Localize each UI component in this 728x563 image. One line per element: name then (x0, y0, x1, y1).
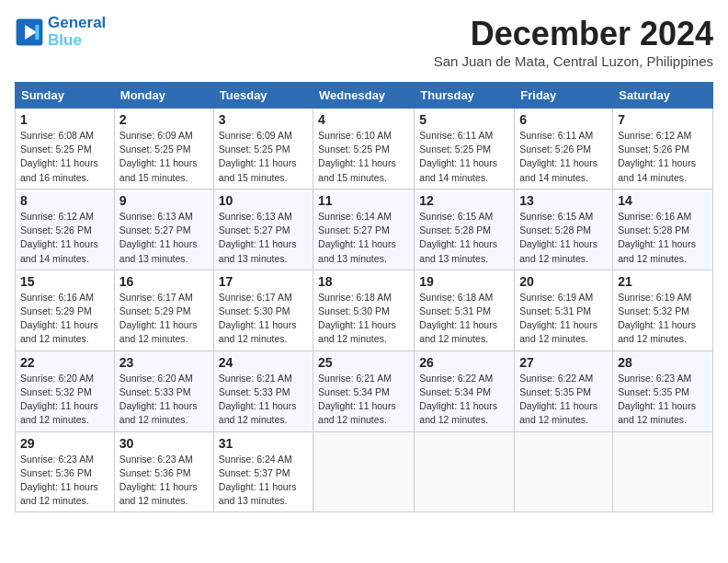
logo: General Blue (15, 15, 106, 49)
day-info: Sunrise: 6:17 AMSunset: 5:30 PMDaylight:… (219, 291, 308, 347)
day-number: 11 (318, 193, 409, 208)
day-number: 12 (419, 193, 509, 208)
day-number: 20 (519, 274, 608, 289)
calendar-cell: 3Sunrise: 6:09 AMSunset: 5:25 PMDaylight… (213, 109, 313, 190)
day-info: Sunrise: 6:09 AMSunset: 5:25 PMDaylight:… (119, 129, 209, 185)
calendar-cell: 11Sunrise: 6:14 AMSunset: 5:27 PMDayligh… (313, 189, 415, 270)
calendar-cell (313, 431, 415, 512)
week-row-1: 1Sunrise: 6:08 AMSunset: 5:25 PMDaylight… (16, 109, 713, 190)
day-info: Sunrise: 6:20 AMSunset: 5:32 PMDaylight:… (20, 372, 109, 428)
day-info: Sunrise: 6:19 AMSunset: 5:32 PMDaylight:… (618, 291, 708, 347)
header-wednesday: Wednesday (313, 83, 415, 109)
calendar-cell: 22Sunrise: 6:20 AMSunset: 5:32 PMDayligh… (16, 350, 115, 431)
day-info: Sunrise: 6:19 AMSunset: 5:31 PMDaylight:… (519, 291, 608, 347)
day-number: 30 (119, 436, 209, 451)
calendar-cell: 16Sunrise: 6:17 AMSunset: 5:29 PMDayligh… (114, 270, 213, 350)
svg-rect-2 (35, 25, 39, 40)
day-number: 16 (119, 274, 209, 289)
day-number: 25 (318, 355, 409, 370)
day-number: 9 (119, 193, 209, 208)
header-monday: Monday (114, 83, 213, 109)
calendar-cell: 20Sunrise: 6:19 AMSunset: 5:31 PMDayligh… (515, 270, 613, 350)
calendar-cell: 15Sunrise: 6:16 AMSunset: 5:29 PMDayligh… (16, 270, 115, 350)
day-info: Sunrise: 6:24 AMSunset: 5:37 PMDaylight:… (219, 453, 308, 509)
day-info: Sunrise: 6:12 AMSunset: 5:26 PMDaylight:… (618, 129, 708, 185)
calendar-cell: 18Sunrise: 6:18 AMSunset: 5:30 PMDayligh… (313, 270, 415, 350)
day-number: 7 (618, 112, 708, 127)
day-number: 10 (219, 193, 308, 208)
day-info: Sunrise: 6:12 AMSunset: 5:26 PMDaylight:… (20, 210, 109, 266)
day-info: Sunrise: 6:18 AMSunset: 5:31 PMDaylight:… (419, 291, 509, 347)
day-info: Sunrise: 6:22 AMSunset: 5:35 PMDaylight:… (519, 372, 608, 428)
day-number: 2 (119, 112, 209, 127)
day-info: Sunrise: 6:13 AMSunset: 5:27 PMDaylight:… (119, 210, 209, 266)
day-info: Sunrise: 6:15 AMSunset: 5:28 PMDaylight:… (419, 210, 509, 266)
day-number: 14 (618, 193, 708, 208)
day-number: 31 (219, 436, 308, 451)
day-info: Sunrise: 6:23 AMSunset: 5:35 PMDaylight:… (618, 372, 708, 428)
day-info: Sunrise: 6:15 AMSunset: 5:28 PMDaylight:… (519, 210, 608, 266)
calendar-cell: 27Sunrise: 6:22 AMSunset: 5:35 PMDayligh… (515, 350, 613, 431)
calendar-cell: 6Sunrise: 6:11 AMSunset: 5:26 PMDaylight… (515, 109, 613, 190)
day-info: Sunrise: 6:11 AMSunset: 5:26 PMDaylight:… (519, 129, 608, 185)
calendar-cell: 12Sunrise: 6:15 AMSunset: 5:28 PMDayligh… (415, 189, 515, 270)
page-header: General Blue December 2024 San Juan de M… (15, 15, 713, 78)
day-number: 23 (119, 355, 209, 370)
logo-text: General Blue (48, 15, 106, 49)
calendar-cell: 7Sunrise: 6:12 AMSunset: 5:26 PMDaylight… (613, 109, 713, 190)
day-info: Sunrise: 6:21 AMSunset: 5:34 PMDaylight:… (318, 372, 409, 428)
calendar-cell: 8Sunrise: 6:12 AMSunset: 5:26 PMDaylight… (16, 189, 115, 270)
header-friday: Friday (515, 83, 613, 109)
calendar-cell: 26Sunrise: 6:22 AMSunset: 5:34 PMDayligh… (415, 350, 515, 431)
location-subtitle: San Juan de Mata, Central Luzon, Philipp… (434, 53, 713, 69)
header-sunday: Sunday (16, 83, 115, 109)
calendar-cell: 2Sunrise: 6:09 AMSunset: 5:25 PMDaylight… (114, 109, 213, 190)
day-number: 28 (618, 355, 708, 370)
calendar-cell: 25Sunrise: 6:21 AMSunset: 5:34 PMDayligh… (313, 350, 415, 431)
calendar-cell (415, 431, 515, 512)
day-info: Sunrise: 6:09 AMSunset: 5:25 PMDaylight:… (219, 129, 308, 185)
day-info: Sunrise: 6:16 AMSunset: 5:29 PMDaylight:… (20, 291, 109, 347)
calendar-cell (515, 431, 613, 512)
calendar-cell: 9Sunrise: 6:13 AMSunset: 5:27 PMDaylight… (114, 189, 213, 270)
calendar-cell: 13Sunrise: 6:15 AMSunset: 5:28 PMDayligh… (515, 189, 613, 270)
day-info: Sunrise: 6:23 AMSunset: 5:36 PMDaylight:… (20, 453, 109, 509)
day-info: Sunrise: 6:18 AMSunset: 5:30 PMDaylight:… (318, 291, 409, 347)
day-number: 4 (318, 112, 409, 127)
calendar-cell: 19Sunrise: 6:18 AMSunset: 5:31 PMDayligh… (415, 270, 515, 350)
week-row-5: 29Sunrise: 6:23 AMSunset: 5:36 PMDayligh… (16, 431, 713, 512)
calendar-cell: 14Sunrise: 6:16 AMSunset: 5:28 PMDayligh… (613, 189, 713, 270)
week-row-2: 8Sunrise: 6:12 AMSunset: 5:26 PMDaylight… (16, 189, 713, 270)
calendar-cell: 17Sunrise: 6:17 AMSunset: 5:30 PMDayligh… (213, 270, 313, 350)
week-row-3: 15Sunrise: 6:16 AMSunset: 5:29 PMDayligh… (16, 270, 713, 350)
day-number: 1 (20, 112, 109, 127)
calendar-cell: 4Sunrise: 6:10 AMSunset: 5:25 PMDaylight… (313, 109, 415, 190)
day-number: 22 (20, 355, 109, 370)
calendar-table: SundayMondayTuesdayWednesdayThursdayFrid… (15, 82, 713, 512)
calendar-cell: 21Sunrise: 6:19 AMSunset: 5:32 PMDayligh… (613, 270, 713, 350)
day-number: 26 (419, 355, 509, 370)
day-info: Sunrise: 6:14 AMSunset: 5:27 PMDaylight:… (318, 210, 409, 266)
calendar-cell: 31Sunrise: 6:24 AMSunset: 5:37 PMDayligh… (213, 431, 313, 512)
week-row-4: 22Sunrise: 6:20 AMSunset: 5:32 PMDayligh… (16, 350, 713, 431)
calendar-cell: 29Sunrise: 6:23 AMSunset: 5:36 PMDayligh… (16, 431, 115, 512)
day-info: Sunrise: 6:13 AMSunset: 5:27 PMDaylight:… (219, 210, 308, 266)
day-info: Sunrise: 6:16 AMSunset: 5:28 PMDaylight:… (618, 210, 708, 266)
day-info: Sunrise: 6:21 AMSunset: 5:33 PMDaylight:… (219, 372, 308, 428)
day-number: 5 (419, 112, 509, 127)
day-number: 24 (219, 355, 308, 370)
calendar-cell: 10Sunrise: 6:13 AMSunset: 5:27 PMDayligh… (213, 189, 313, 270)
calendar-cell: 23Sunrise: 6:20 AMSunset: 5:33 PMDayligh… (114, 350, 213, 431)
header-tuesday: Tuesday (213, 83, 313, 109)
header-thursday: Thursday (415, 83, 515, 109)
day-number: 27 (519, 355, 608, 370)
calendar-cell: 28Sunrise: 6:23 AMSunset: 5:35 PMDayligh… (613, 350, 713, 431)
calendar-cell: 30Sunrise: 6:23 AMSunset: 5:36 PMDayligh… (114, 431, 213, 512)
day-number: 3 (219, 112, 308, 127)
calendar-cell: 24Sunrise: 6:21 AMSunset: 5:33 PMDayligh… (213, 350, 313, 431)
calendar-cell: 5Sunrise: 6:11 AMSunset: 5:25 PMDaylight… (415, 109, 515, 190)
day-info: Sunrise: 6:22 AMSunset: 5:34 PMDaylight:… (419, 372, 509, 428)
day-info: Sunrise: 6:17 AMSunset: 5:29 PMDaylight:… (119, 291, 209, 347)
day-number: 6 (519, 112, 608, 127)
day-info: Sunrise: 6:08 AMSunset: 5:25 PMDaylight:… (20, 129, 109, 185)
